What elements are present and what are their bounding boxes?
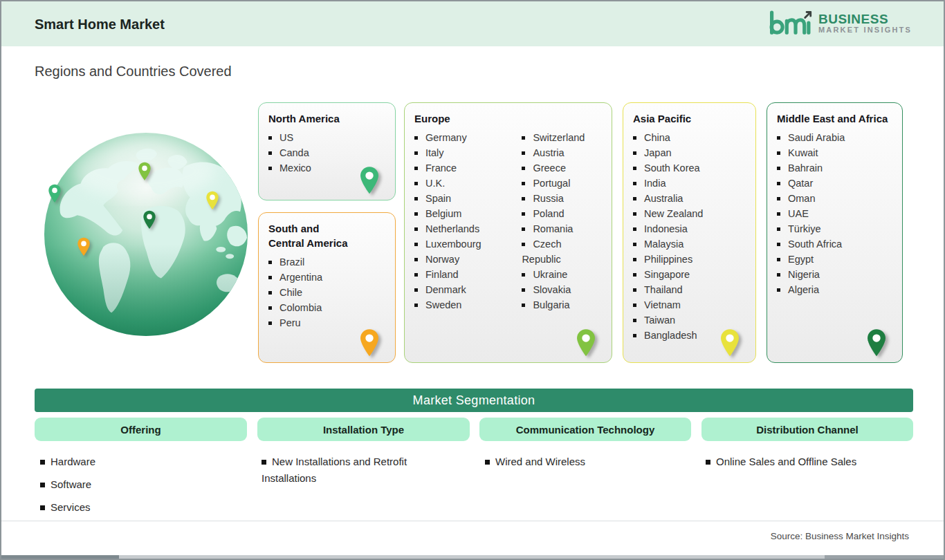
region-title: Asia Pacific <box>633 111 746 126</box>
bullet-icon <box>522 182 525 185</box>
list-item: Netherlands <box>414 221 522 236</box>
item-label: Singapore <box>644 269 690 280</box>
item-label: Romania <box>533 223 573 234</box>
item-label: Finland <box>425 269 459 280</box>
bullet-icon <box>633 212 636 216</box>
bullet-icon <box>633 151 636 155</box>
list-item: Switzerland <box>522 130 602 145</box>
list-item: Brazil <box>268 254 385 270</box>
bullet-icon <box>268 276 272 279</box>
item-label: South Korea <box>644 162 700 174</box>
item-label: Russia <box>533 193 563 204</box>
item-label: Greece <box>533 162 566 174</box>
bullet-icon <box>633 227 636 231</box>
scrollbar-thumb-left[interactable] <box>1 555 119 559</box>
country-list-col1: GermanyItalyFranceU.K.SpainBelgiumNether… <box>414 130 522 312</box>
bullet-icon <box>522 273 525 277</box>
footer-divider <box>1 521 944 521</box>
bullet-icon <box>414 258 418 261</box>
bullet-icon <box>633 197 636 200</box>
list-item: South Africa <box>777 236 892 252</box>
bullet-icon <box>268 321 272 325</box>
bullet-icon <box>522 243 525 246</box>
list-item: Greece <box>522 160 602 176</box>
item-label: Online Sales and Offline Sales <box>716 456 856 467</box>
location-pin-icon <box>359 328 380 357</box>
list-item: Austria <box>522 145 602 160</box>
item-label: India <box>644 178 666 189</box>
scrollbar-thumb-right[interactable] <box>825 555 945 559</box>
list-item: South Korea <box>633 160 746 176</box>
item-label: Bulgaria <box>533 299 569 310</box>
globe-pin-asia-pacific-icon <box>205 191 219 210</box>
bullet-icon <box>268 291 272 295</box>
bullet-icon <box>268 261 272 264</box>
list-item: Qatar <box>777 176 892 191</box>
item-label: Oman <box>788 193 816 204</box>
segment-pill-distribution-channel: Distribution Channel <box>701 418 913 441</box>
globe-pin-south-central-america-icon <box>77 237 91 256</box>
item-label: Chile <box>279 287 302 298</box>
bullet-icon <box>522 288 525 292</box>
region-title: South and Central America <box>268 221 385 250</box>
bullet-icon <box>706 460 710 465</box>
item-label: Wired and Wireless <box>495 456 585 467</box>
segment-pill-label: Installation Type <box>323 424 404 436</box>
bullet-icon <box>414 212 418 216</box>
item-label: Vietnam <box>644 299 681 310</box>
list-item: Hardware <box>40 454 213 470</box>
item-label: Luxembourg <box>425 239 481 250</box>
item-label: Qatar <box>788 178 813 189</box>
page-title: Smart Home Market <box>35 17 165 32</box>
item-label: Mexico <box>279 162 311 174</box>
list-item: Thailand <box>633 282 746 297</box>
item-label: Kuwait <box>788 147 818 158</box>
item-label: Spain <box>425 193 451 204</box>
item-label: Bangladesh <box>644 330 697 341</box>
list-item: Luxembourg <box>414 236 522 252</box>
item-label: New Installations and Retrofit Installat… <box>262 456 407 484</box>
segment-items-communication-technology: Wired and Wireless <box>485 454 658 476</box>
list-item: Kuwait <box>777 145 892 160</box>
list-item: U.K. <box>414 176 522 191</box>
item-label: Algeria <box>788 284 819 295</box>
list-item: Russia <box>522 191 602 206</box>
list-item: Argentina <box>268 270 385 285</box>
region-card-south-central-america: South and Central America BrazilArgentin… <box>258 212 396 363</box>
logo-market-insights-label: MARKET INSIGHTS <box>818 26 912 35</box>
list-item: Sweden <box>414 297 522 312</box>
bullet-icon <box>414 151 418 155</box>
item-label: Saudi Arabia <box>788 132 845 143</box>
item-label: New Zealand <box>644 208 703 219</box>
item-label: Brazil <box>279 256 304 268</box>
list-item: Finland <box>414 267 522 282</box>
bullet-icon <box>777 182 780 185</box>
item-label: U.K. <box>425 178 445 189</box>
item-label: Software <box>51 478 91 490</box>
globe-pin-north-america-icon <box>48 184 62 203</box>
list-item: Indonesia <box>633 221 746 236</box>
region-title: North America <box>268 111 385 126</box>
bullet-icon <box>268 136 272 140</box>
segment-pill-installation-type: Installation Type <box>257 418 470 441</box>
item-label: Egypt <box>788 254 814 265</box>
list-item: Colombia <box>268 300 385 315</box>
horizontal-scrollbar[interactable] <box>1 555 944 559</box>
bullet-icon <box>777 258 780 261</box>
list-item: Germany <box>414 130 522 145</box>
country-list-col2: SwitzerlandAustriaGreecePortugalRussiaPo… <box>522 130 602 312</box>
item-label: Sweden <box>425 299 461 310</box>
location-pin-icon <box>719 328 740 357</box>
item-label: Canda <box>279 147 309 158</box>
item-label: China <box>644 132 670 143</box>
item-label: Services <box>51 501 91 513</box>
globe-pin-middle-east-africa-icon <box>143 210 156 230</box>
item-label: Czech Republic <box>522 239 561 265</box>
bullet-icon <box>777 167 780 170</box>
bullet-icon <box>777 227 780 231</box>
region-title: Europe <box>414 111 602 126</box>
list-item: Singapore <box>633 267 746 282</box>
market-segmentation-title: Market Segmentation <box>413 393 535 408</box>
item-label: Portugal <box>533 178 570 189</box>
list-item: Algeria <box>777 282 892 297</box>
